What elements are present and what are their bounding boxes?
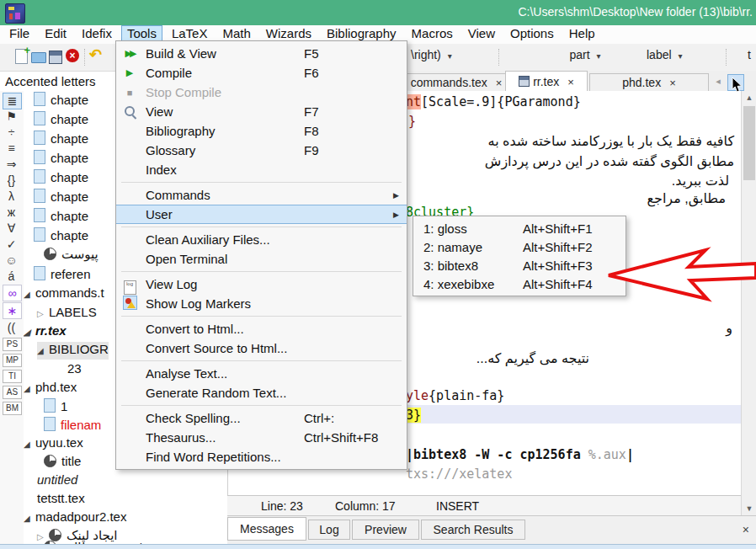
close-document-icon[interactable]: × [66, 49, 79, 62]
check-symbol-icon[interactable]: ✓ [3, 237, 20, 252]
menu-item-view-log[interactable]: logView Log [116, 274, 407, 294]
scroll-down-icon[interactable]: ▼ [742, 502, 756, 515]
menu-item-thesaurus[interactable]: Thesaurus...Ctrl+Shift+F8 [116, 428, 407, 447]
as-panel-icon[interactable]: AS [3, 386, 22, 399]
bm-panel-icon[interactable]: BM [3, 402, 22, 415]
new-file-icon[interactable] [15, 49, 28, 64]
menu-edit[interactable]: Edit [39, 25, 72, 41]
tree-item-commands-tex[interactable]: ◢commands.t [24, 285, 104, 303]
tree-item-title[interactable]: title [44, 454, 81, 472]
menu-file[interactable]: File [3, 25, 35, 41]
menu-macros[interactable]: Macros [406, 25, 459, 41]
menu-help[interactable]: Help [563, 25, 601, 41]
menu-item-view[interactable]: ViewF7 [116, 102, 407, 121]
menu-item-glossary[interactable]: GlossaryF9 [116, 141, 407, 160]
expander-open-icon[interactable]: ◢ [24, 290, 35, 299]
expander-open-icon[interactable]: ◢ [24, 514, 35, 523]
menu-idefix[interactable]: Idefix [76, 25, 118, 41]
bottom-tab-messages[interactable]: Messages [227, 517, 306, 541]
scrollbar-thumb[interactable] [743, 106, 755, 180]
close-icon[interactable]: × [567, 76, 574, 88]
menu-latex[interactable]: LaTeX [166, 25, 214, 41]
lambda-symbol-icon[interactable]: λ [3, 189, 20, 204]
ps-panel-icon[interactable]: PS [3, 338, 22, 351]
tab-scroll-left-icon[interactable]: ◂ [711, 74, 726, 89]
asterisk-symbol-icon[interactable]: ∗ [3, 302, 22, 319]
menu-item-open-terminal[interactable]: Open Terminal [116, 249, 407, 269]
expander-open-icon[interactable]: ◢ [37, 346, 49, 355]
truncated-combo[interactable]: t [748, 48, 751, 67]
cyrillic-symbol-icon[interactable]: ж [3, 205, 20, 220]
bottom-tab-search-results[interactable]: Search Results [421, 520, 525, 540]
accent-symbol-icon[interactable]: á [3, 269, 20, 284]
tree-item-filename[interactable]: filenam [44, 417, 101, 434]
mp-panel-icon[interactable]: MP [3, 354, 22, 367]
label-combo[interactable]: label▾ [647, 48, 714, 67]
tree-item-untitled[interactable]: untitled [37, 472, 77, 490]
close-icon[interactable]: × [669, 77, 676, 89]
menu-math[interactable]: Math [216, 25, 256, 41]
tree-item-references[interactable]: referen [34, 266, 91, 284]
tree-item-madadpour2-tex[interactable]: ◢madadpour2.tex [24, 509, 126, 527]
bottom-tab-log[interactable]: Log [308, 520, 350, 540]
tree-item-chapter[interactable]: chapte [34, 131, 88, 148]
tree-item-1[interactable]: 1 [44, 398, 67, 416]
tree-item-bibliography[interactable]: ◢BIBLIOGR [37, 342, 109, 360]
expander-closed-icon[interactable]: ▷ [37, 309, 49, 318]
menu-item-convert-html[interactable]: Convert to Html... [116, 319, 407, 338]
menu-item-commands[interactable]: Commands▶ [116, 185, 407, 205]
tree-item-uyuu-tex[interactable]: ◢uyuu.tex [24, 435, 83, 453]
brackets-symbol-icon[interactable]: (( [3, 320, 20, 335]
menu-bibliography[interactable]: Bibliography [321, 25, 402, 41]
expander-open-icon[interactable]: ◢ [24, 440, 35, 449]
menu-item-user[interactable]: User▶ [116, 205, 407, 224]
tree-item-chapter[interactable]: chapte [34, 208, 88, 226]
tree-item-chapter[interactable]: chapte [34, 150, 88, 168]
menu-item-build-view[interactable]: ▶▶Build & ViewF5 [116, 44, 407, 63]
bottom-tab-preview[interactable]: Preview [352, 520, 419, 540]
menu-item-find-word-repetitions[interactable]: Find Word Repetitions... [116, 447, 407, 466]
tab-commands-tex[interactable]: commands.tex× [406, 73, 507, 91]
menu-item-show-log-markers[interactable]: Show Log Markers [116, 294, 407, 313]
save-icon[interactable] [49, 51, 62, 64]
open-file-icon[interactable] [31, 52, 46, 63]
menu-item-compile[interactable]: ▶CompileF6 [116, 63, 407, 83]
menu-item-bibliography[interactable]: BibliographyF8 [116, 121, 407, 141]
tree-item-tetstt-tex[interactable]: tetstt.tex [37, 491, 85, 509]
tree-item-rr-tex[interactable]: ◢rr.tex [24, 323, 67, 341]
close-panel-icon[interactable]: × [743, 523, 749, 536]
smiley-symbol-icon[interactable]: ☺ [3, 253, 20, 268]
divide-symbol-icon[interactable]: ÷ [3, 125, 20, 140]
lines-symbol-icon[interactable]: ≡ [3, 141, 20, 156]
tree-item-23[interactable]: 23 [67, 361, 82, 379]
tree-item-chapter[interactable]: chapte [34, 189, 88, 206]
sectioning-combo[interactable]: part▾ [539, 48, 631, 67]
math-delimiter-combo[interactable]: \right)▾ [411, 48, 488, 67]
tree-item-phd-tex[interactable]: ◢phd.tex [24, 380, 77, 397]
structure-icon[interactable]: ≣ [3, 93, 22, 109]
menu-item-generate-random-text[interactable]: Generate Random Text... [116, 383, 407, 402]
arrow-symbol-icon[interactable]: ⇒ [3, 157, 20, 172]
menu-item-analyse-text[interactable]: Analyse Text... [116, 364, 407, 383]
undo-icon[interactable]: ↶ [89, 45, 104, 61]
menu-tools[interactable]: Tools [121, 25, 162, 41]
close-icon[interactable]: × [496, 77, 503, 89]
menu-view[interactable]: View [462, 25, 501, 41]
forall-symbol-icon[interactable]: ∀ [3, 221, 20, 236]
menu-wizards[interactable]: Wizards [260, 25, 317, 41]
scroll-up-icon[interactable]: ▲ [742, 91, 756, 104]
infinity-symbol-icon[interactable]: ∞ [3, 285, 22, 301]
tree-item-chapter[interactable]: chapte [34, 111, 88, 129]
expander-open-icon[interactable]: ◢ [24, 328, 35, 337]
ti-panel-icon[interactable]: TI [3, 370, 22, 383]
tree-item-chapter[interactable]: chapte [34, 92, 88, 109]
menu-item-clean-auxiliary[interactable]: Clean Auxiliary Files... [116, 230, 407, 249]
tree-item-chapter[interactable]: chapte [34, 227, 88, 245]
menu-item-index[interactable]: Index [116, 160, 407, 179]
braces-symbol-icon[interactable]: {} [3, 173, 20, 188]
menu-options[interactable]: Options [504, 25, 560, 41]
tab-phd-tex[interactable]: phd.tex× [589, 73, 709, 91]
menu-item-check-spelling[interactable]: Check Spelling...Ctrl+: [116, 408, 407, 428]
tree-item-peyvast[interactable]: پيوست [44, 247, 98, 264]
tree-item-labels[interactable]: ▷LABELS [37, 305, 97, 322]
